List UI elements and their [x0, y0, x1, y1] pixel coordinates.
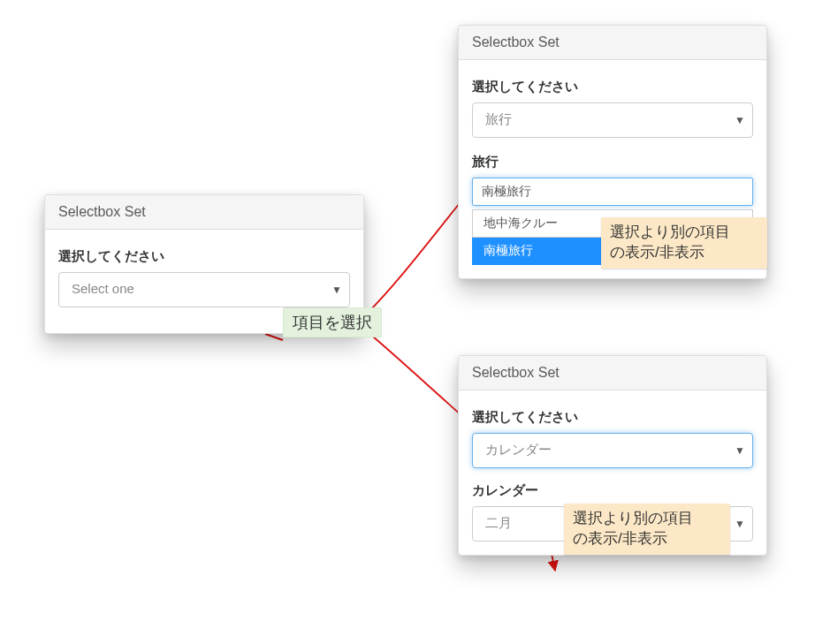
select-value: カレンダー [485, 442, 552, 457]
annotation-line: の表示/非表示 [610, 244, 704, 261]
annotation-select-item: 項目を選択 [283, 307, 382, 337]
select-value: 旅行 [485, 111, 512, 126]
svg-line-1 [265, 334, 283, 340]
annotation-line: 選択より別の項目 [610, 224, 730, 240]
select-value: Select one [72, 281, 134, 296]
annotation-visibility-2: 選択より別の項目 の表示/非表示 [564, 504, 730, 555]
chevron-down-icon: ▼ [735, 435, 745, 466]
chevron-down-icon: ▼ [331, 274, 342, 306]
primary-select[interactable]: Select one ▼ [58, 272, 350, 307]
field-label: 選択してください [472, 79, 753, 95]
field-label: 選択してください [58, 248, 350, 265]
primary-select[interactable]: 旅行 ▼ [472, 102, 753, 138]
annotation-line: 選択より別の項目 [573, 510, 693, 527]
panel-title: Selectbox Set [45, 195, 363, 230]
dropdown-search-input[interactable]: 南極旅行 [472, 178, 753, 206]
field-label: 選択してください [472, 409, 753, 426]
chevron-down-icon: ▼ [735, 104, 745, 136]
field-label-secondary: 旅行 [472, 154, 753, 170]
panel-title: Selectbox Set [459, 356, 766, 390]
chevron-down-icon: ▼ [735, 508, 745, 540]
field-label-secondary: カレンダー [472, 482, 753, 499]
panel-title: Selectbox Set [459, 26, 766, 60]
annotation-visibility-1: 選択より別の項目 の表示/非表示 [601, 217, 767, 269]
select-value: 二月 [485, 515, 512, 530]
annotation-line: の表示/非表示 [573, 530, 667, 547]
primary-select[interactable]: カレンダー ▼ [472, 433, 753, 468]
